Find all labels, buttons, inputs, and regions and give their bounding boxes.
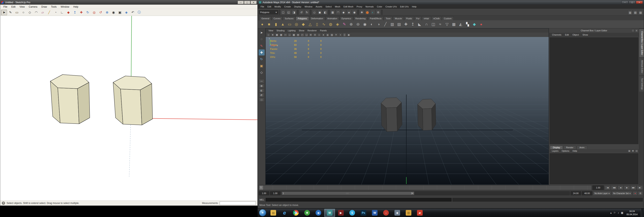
maya-menu-window[interactable]: Window (303, 5, 314, 8)
shelf-triangulate[interactable]: ◭ (458, 21, 464, 27)
statusline-toggle-tool-settings[interactable]: ▤ (633, 10, 638, 15)
viewport-frame-selection[interactable]: ⊟ (313, 33, 317, 36)
statusline-scene-new[interactable]: ▢ (281, 10, 286, 15)
shelf-boolean-union[interactable]: ◉ (362, 21, 368, 27)
animation-start-field[interactable]: 1.00 (259, 191, 269, 195)
hex-prism-left[interactable] (50, 75, 90, 124)
shelf-mirror-geometry[interactable]: ◫ (430, 21, 436, 27)
viewport-frame-all[interactable]: ⊞ (309, 33, 313, 36)
toolbox-layout-hypershade-persp[interactable]: ◫ (259, 98, 264, 102)
viewport-resolution-gate[interactable]: ◻ (288, 33, 292, 36)
menuset-dropdown[interactable]: Polygons ▾ (259, 10, 278, 14)
taskbar-photoshop[interactable]: Ps (358, 209, 369, 217)
viewport-xray-mode[interactable]: ▒ (342, 33, 346, 36)
animation-end-field[interactable]: 48.00 (582, 191, 592, 195)
statusline-snap-to-curve[interactable]: ◠ (336, 10, 340, 15)
character-set-dropdown[interactable]: No Character Set ▾ (612, 191, 632, 195)
shelf-poly-pipe[interactable]: ▯ (314, 21, 320, 27)
channel-box-channel-box-menu[interactable]: ≡ (635, 29, 638, 32)
sketchup-menu-tools[interactable]: Tools (49, 5, 59, 8)
sketchup-tool-rotate[interactable]: ↻ (85, 10, 91, 15)
statusline-make-live[interactable]: ◉ (352, 10, 357, 15)
statusline-snap-to-point[interactable]: ◆ (341, 10, 346, 15)
taskbar-media-player[interactable]: ▶ (336, 209, 346, 217)
shelf-reduce[interactable]: ▽ (444, 21, 450, 27)
shelf-tab-surfaces[interactable]: Surfaces (283, 16, 296, 20)
sketchup-tool-pan[interactable]: ⊕ (104, 10, 110, 15)
layer-layer-options[interactable]: ▤ (628, 150, 631, 152)
viewport-safe-title[interactable]: ◲ (304, 33, 308, 36)
toolbox-move-tool[interactable]: ✚ (258, 49, 265, 55)
sketchup-tool-zoom-extents[interactable]: ◈ (123, 10, 130, 15)
shelf-tab-muscle[interactable]: Muscle (393, 16, 404, 20)
toolbox-select-tool[interactable]: ➤ (258, 29, 265, 35)
toolbox-layout-persp-outliner[interactable]: ◧ (259, 88, 264, 92)
statusline-scene-save[interactable]: ◨ (292, 10, 296, 15)
sketchup-menu-view[interactable]: View (18, 5, 27, 8)
shelf-normals-toggle[interactable]: ◆ (471, 21, 478, 27)
statusline-snap-to-plane[interactable]: ◈ (346, 10, 352, 15)
shelf-poly-platonic-solid[interactable]: ◈ (334, 21, 341, 27)
panel-menu-view[interactable]: View (267, 29, 275, 32)
shelf-poly-cylinder[interactable]: ▮ (273, 21, 279, 27)
shelf-boolean-intersection[interactable]: ◑ (375, 21, 382, 27)
range-grip-icon[interactable]: ∷∷ (346, 192, 349, 195)
viewport-canvas[interactable]: Verts:2800Edges:6000Faces:3600Tris:4800U… (266, 37, 548, 185)
maya-menu-display[interactable]: Display (292, 5, 303, 8)
taskbar-skype[interactable]: S (347, 209, 358, 217)
sketchup-tool-tape-measure[interactable]: ╱ (46, 10, 52, 15)
sketchup-tool-select[interactable]: ➤ (1, 10, 7, 15)
viewport-safe-action[interactable]: ◰ (300, 33, 304, 36)
shelf-uv-checker[interactable]: ▚ (464, 21, 471, 27)
sketchup-menu-draw[interactable]: Draw (40, 5, 49, 8)
shelf-poly-prism[interactable]: ◆ (300, 21, 306, 27)
tray-hidden-icons-chevron[interactable]: ▴ (610, 211, 612, 214)
sketchup-tool-rectangle[interactable]: ▭ (14, 10, 20, 15)
toolbox-rotate-tool[interactable]: ↻ (258, 56, 265, 62)
maya-hex-prism-right[interactable] (418, 99, 436, 130)
shelf-bridge[interactable]: ∩ (423, 21, 430, 27)
sketchup-menu-window[interactable]: Window (59, 5, 72, 8)
maya-maximize[interactable]: ▢ (629, 1, 636, 4)
toolbox-layout-single-pane[interactable]: ▭ (259, 79, 264, 83)
sketchup-tool-arc[interactable]: ◠ (33, 10, 39, 15)
statusline-select-by-hierarchy[interactable]: ◇ (312, 10, 317, 15)
sketchup-menu-edit[interactable]: Edit (9, 5, 18, 8)
viewport-image-plane[interactable]: ▣ (275, 33, 279, 36)
channel-box-menu-edit[interactable]: Edit (563, 33, 570, 36)
tray-volume[interactable]: ♪ (618, 211, 619, 214)
shelf-poly-plane[interactable]: ▭ (286, 21, 293, 27)
shelf-tab-curves[interactable]: Curves (272, 16, 282, 20)
sketchup-minimize[interactable]: — (238, 1, 244, 4)
measurements-field[interactable] (220, 201, 256, 205)
sketchup-titlebar[interactable]: Untitled - SketchUp Pro —▢✕ (0, 0, 258, 5)
viewport-grid-toggle[interactable]: ▦ (279, 33, 283, 36)
shelf-tab-animation[interactable]: Animation (326, 16, 339, 20)
layer-menu-help[interactable]: Help (571, 150, 579, 152)
shelf-tab-polygons[interactable]: Polygons (296, 16, 309, 20)
toolbox-scale-tool[interactable]: ▣ (258, 63, 265, 69)
sketchup-close[interactable]: ✕ (250, 1, 256, 4)
start-button[interactable]: ✦ (259, 209, 266, 217)
sketchup-tool-zoom[interactable]: ◉ (110, 10, 116, 15)
taskbar-windows-explorer[interactable]: ▤ (268, 209, 279, 217)
anim-auto-keyframe[interactable]: ● (633, 191, 638, 195)
tray-action-center[interactable]: ⚐ (614, 211, 616, 214)
sketchup-tool-offset[interactable]: ◎ (91, 10, 97, 15)
viewport-film-gate[interactable]: ▭ (283, 33, 288, 36)
viewport-shadows-toggle[interactable]: ◑ (338, 33, 342, 36)
shelf-append-to-polygon-tool[interactable]: ✚ (403, 21, 409, 27)
shelf-sculpt-geometry-tool[interactable]: ✎ (341, 21, 348, 27)
layer-new-layer-from-selected[interactable]: ◫ (635, 150, 638, 152)
layer-menu-layers[interactable]: Layers (550, 150, 560, 152)
help-icon[interactable]: ? (2, 202, 5, 205)
statusline-toggle-attribute-editor[interactable]: ▥ (628, 10, 632, 15)
viewport-field-chart[interactable]: ▤ (296, 33, 300, 36)
sketchup-tool-circle[interactable]: ○ (20, 10, 26, 15)
panel-menu-shading[interactable]: Shading (275, 29, 286, 32)
shelf-split-polygon-tool[interactable]: ╱ (382, 21, 388, 27)
taskbar-download-manager[interactable]: ↓ (380, 209, 392, 217)
toolbox-layout-persp-graph[interactable]: ◩ (259, 93, 264, 97)
layer-tab-display[interactable]: Display (550, 146, 563, 149)
shelf-tab-rendering[interactable]: Rendering (354, 16, 368, 20)
